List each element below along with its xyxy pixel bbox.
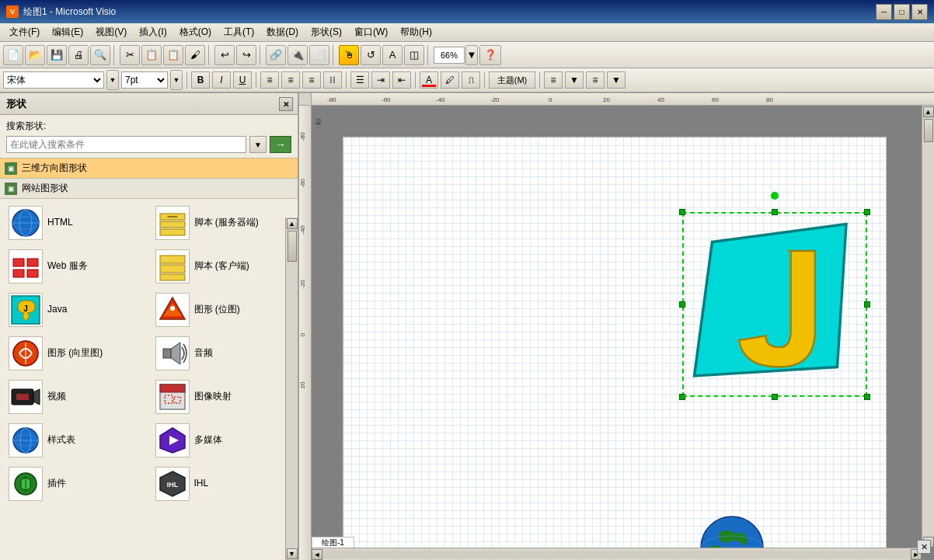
connector-button[interactable]: 🔗: [266, 45, 286, 65]
menu-file[interactable]: 文件(F): [3, 24, 46, 40]
vscroll-up[interactable]: ▲: [923, 106, 934, 117]
handle-bottom-right[interactable]: [864, 394, 870, 400]
panel-scrollbar[interactable]: ▲ ▼: [285, 217, 298, 560]
shadow-button[interactable]: ◫: [404, 45, 424, 65]
shape-item-script-server[interactable]: ═══ 脚本 (服务器端): [150, 202, 295, 244]
shape-item-ihl[interactable]: IHL IHL: [150, 463, 295, 505]
open-button[interactable]: 📂: [25, 45, 45, 65]
extra-button-1[interactable]: ≡: [544, 71, 563, 89]
undo-button[interactable]: ↩: [214, 45, 235, 65]
copy-button[interactable]: 📋: [141, 45, 162, 65]
handle-middle-left[interactable]: [679, 301, 685, 308]
search-dropdown[interactable]: ▼: [249, 136, 267, 153]
shape-item-graphic-bitmap[interactable]: 图形 (位图): [150, 289, 295, 331]
handle-middle-right[interactable]: [864, 301, 870, 308]
bold-button[interactable]: B: [191, 71, 210, 89]
menu-insert[interactable]: 插入(I): [133, 24, 173, 40]
size-select[interactable]: 7pt: [121, 71, 168, 89]
close-button[interactable]: ✕: [911, 4, 928, 20]
search-go-button[interactable]: →: [270, 136, 291, 153]
theme-button[interactable]: 主题(M): [489, 71, 535, 89]
handle-bottom-left[interactable]: [679, 394, 685, 400]
help-button[interactable]: ❓: [479, 45, 501, 65]
font-select[interactable]: 宋体: [3, 71, 104, 89]
shape-item-imagemap[interactable]: 图像映射: [150, 376, 295, 418]
page-tab-1[interactable]: 绘图-1: [312, 537, 354, 548]
menu-window[interactable]: 窗口(W): [348, 24, 394, 40]
font-dropdown[interactable]: ▼: [106, 70, 119, 90]
search-input[interactable]: [6, 136, 246, 153]
zoom-input[interactable]: 66%: [434, 47, 465, 64]
indent-button[interactable]: ⇥: [371, 71, 390, 89]
shape-item-stylesheet[interactable]: 样式表: [3, 419, 148, 461]
category-web[interactable]: ▣ 网站图形状: [0, 179, 298, 199]
list-button[interactable]: ☰: [350, 71, 369, 89]
print-button[interactable]: 🖨: [68, 45, 89, 65]
outdent-button[interactable]: ⇤: [392, 71, 411, 89]
menu-edit[interactable]: 编辑(E): [46, 24, 89, 40]
shape-item-graphic-vector[interactable]: 图形 (向里图): [3, 332, 148, 374]
cut-button[interactable]: ✂: [120, 45, 140, 65]
text-button[interactable]: A: [382, 45, 403, 65]
handle-top-right[interactable]: [864, 209, 870, 215]
paste-button[interactable]: 📋: [163, 45, 183, 65]
handle-top-left[interactable]: [679, 209, 685, 215]
redo-button[interactable]: ↪: [236, 45, 256, 65]
line-color-button[interactable]: ⎍: [462, 71, 480, 89]
rotate-handle[interactable]: [771, 192, 779, 200]
canvas-scrollbar-h[interactable]: ◄ ►: [312, 548, 922, 560]
justify-button[interactable]: ⁞⁞: [323, 71, 342, 89]
shape-item-video[interactable]: 视频: [3, 376, 148, 418]
menu-help[interactable]: 帮助(H): [394, 24, 438, 40]
new-button[interactable]: 📄: [3, 45, 23, 65]
shape-item-plugin[interactable]: 插件: [3, 463, 148, 505]
vscroll-thumb[interactable]: [924, 119, 933, 142]
menu-tools[interactable]: 工具(T): [218, 24, 260, 40]
shape-item-java[interactable]: J Java: [3, 289, 148, 331]
canvas-java-shape[interactable]: [685, 215, 864, 394]
size-dropdown[interactable]: ▼: [170, 70, 183, 90]
handle-top-middle[interactable]: [772, 209, 778, 215]
rotate-button[interactable]: ↺: [361, 45, 381, 65]
scrollbar-down[interactable]: ▼: [287, 548, 298, 559]
font-color-button[interactable]: A: [420, 71, 438, 89]
highlight-button[interactable]: 🖊: [441, 71, 459, 89]
extra-dropdown-2[interactable]: ▼: [607, 71, 626, 89]
minimize-button[interactable]: ─: [876, 4, 892, 20]
shape-item-audio[interactable]: 音频: [150, 332, 295, 374]
canvas-scrollbar-v[interactable]: ▲ ▼: [922, 106, 934, 548]
align-right-button[interactable]: ≡: [302, 71, 321, 89]
extra-dropdown[interactable]: ▼: [565, 71, 584, 89]
maximize-button[interactable]: □: [894, 4, 910, 20]
menu-data[interactable]: 数据(D): [260, 24, 305, 40]
menu-shapes[interactable]: 形状(S): [305, 24, 348, 40]
shape-item-script-client[interactable]: 脚本 (客户端): [150, 245, 295, 287]
align-center-button[interactable]: ≡: [281, 71, 300, 89]
canvas-close-button[interactable]: ✕: [917, 540, 931, 554]
extra-button-2[interactable]: ≡: [586, 71, 605, 89]
underline-button[interactable]: U: [233, 71, 252, 89]
shape-item-multimedia[interactable]: 多媒体: [150, 419, 295, 461]
align-left-button[interactable]: ≡: [260, 71, 279, 89]
print-preview-button[interactable]: 🔍: [90, 45, 110, 65]
connect-button[interactable]: 🔌: [288, 45, 308, 65]
shape-item-web-service[interactable]: Web 服务: [3, 245, 148, 287]
hscroll-left[interactable]: ◄: [312, 549, 322, 560]
shape-button[interactable]: ⬜: [309, 45, 329, 65]
menu-format[interactable]: 格式(O): [173, 24, 218, 40]
panel-close-button[interactable]: ✕: [279, 97, 293, 111]
scrollbar-thumb[interactable]: [288, 231, 297, 262]
canvas-globe-shape[interactable]: [685, 509, 794, 548]
format-painter-button[interactable]: 🖌: [185, 45, 205, 65]
italic-button[interactable]: I: [212, 71, 231, 89]
menu-view[interactable]: 视图(V): [89, 24, 133, 40]
save-button[interactable]: 💾: [47, 45, 67, 65]
zoom-dropdown[interactable]: ▼: [465, 45, 478, 65]
category-3d[interactable]: ▣ 三维方向图形状: [0, 158, 298, 179]
shape-thumb-stylesheet: [9, 423, 43, 457]
shape-thumb-web-service: [9, 249, 43, 283]
pointer-button[interactable]: 🖱: [339, 45, 359, 65]
shape-item-html[interactable]: HTML: [3, 202, 148, 244]
handle-bottom-middle[interactable]: [772, 394, 778, 400]
scrollbar-up[interactable]: ▲: [287, 218, 298, 229]
